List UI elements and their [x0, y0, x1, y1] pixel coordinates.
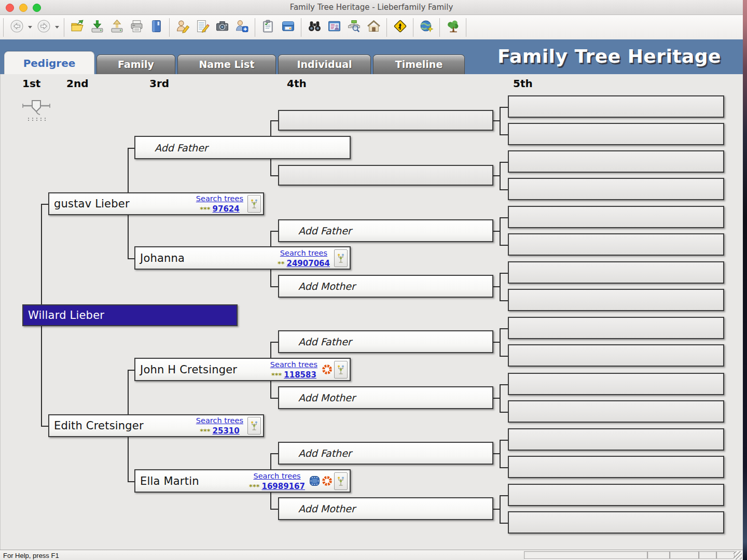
- empty-ancestor-box[interactable]: [508, 261, 724, 284]
- person-box-willard[interactable]: Willard Lieber: [22, 304, 238, 326]
- family-tree-button[interactable]: [443, 17, 463, 38]
- empty-ancestor-box[interactable]: [508, 178, 724, 200]
- forward-button[interactable]: [34, 17, 53, 38]
- media-button[interactable]: [212, 17, 232, 38]
- empty-ancestor-box[interactable]: [508, 317, 724, 339]
- back-menu-button[interactable]: [26, 17, 34, 38]
- empty-ancestor-box[interactable]: [508, 373, 724, 395]
- tree-chart-button[interactable]: [334, 361, 348, 379]
- add-parent-box[interactable]: Add Mother: [278, 275, 493, 298]
- add-parent-box[interactable]: Add Father: [278, 219, 493, 242]
- add-person-button[interactable]: [232, 17, 252, 38]
- individual-detail-button[interactable]: [324, 17, 344, 38]
- search-trees-link[interactable]: Search trees: [196, 416, 243, 425]
- empty-ancestor-box[interactable]: [278, 110, 493, 131]
- print-button[interactable]: [127, 17, 146, 38]
- pedigree-chart: 1st2nd3rd4th5th Willard Liebergustav Lie…: [0, 74, 743, 550]
- tree-chart-button[interactable]: [247, 417, 261, 435]
- person-box-john[interactable]: John H CretsingerSearch trees***118583: [134, 358, 351, 381]
- person-box-ella[interactable]: Ella MartinSearch trees***16989167: [134, 469, 351, 493]
- status-help-text: For Help, press F1: [3, 552, 59, 559]
- match-count-link[interactable]: 97624: [213, 204, 240, 214]
- pedigree-nav-icon[interactable]: [21, 99, 51, 122]
- merge-button[interactable]: [390, 17, 410, 38]
- address-labels-button[interactable]: [278, 17, 298, 38]
- search-trees-link[interactable]: Search trees: [280, 249, 327, 257]
- search-icon: [308, 19, 322, 35]
- tree-chart-button[interactable]: [334, 249, 348, 267]
- toolbar-separator: [439, 18, 440, 37]
- empty-ancestor-box[interactable]: [508, 95, 724, 118]
- match-count-link[interactable]: 25310: [213, 426, 240, 436]
- open-file-icon: [71, 19, 85, 35]
- edit-person-icon: [176, 19, 190, 35]
- search-trees-link[interactable]: Search trees: [253, 472, 300, 480]
- edit-person-button[interactable]: [173, 17, 192, 38]
- add-parent-box[interactable]: Add Father: [278, 442, 493, 465]
- person-box-johanna[interactable]: JohannaSearch trees**24907064: [134, 246, 351, 270]
- resize-grip[interactable]: [734, 551, 742, 559]
- connector-line: [270, 509, 278, 510]
- tab-timeline[interactable]: Timeline: [373, 54, 465, 74]
- match-count-link[interactable]: 118583: [284, 370, 316, 380]
- empty-ancestor-box[interactable]: [278, 165, 493, 186]
- empty-ancestor-box[interactable]: [508, 289, 724, 311]
- blue-badge-icon[interactable]: [309, 475, 320, 486]
- web-search-icon: [420, 19, 434, 35]
- empty-ancestor-box[interactable]: [508, 400, 724, 423]
- person-box-edith[interactable]: Edith CretsingerSearch trees***25310: [48, 414, 264, 437]
- connector-line: [493, 175, 501, 176]
- empty-ancestor-box[interactable]: [508, 123, 724, 145]
- add-parent-box[interactable]: Add Mother: [278, 497, 493, 520]
- tab-family[interactable]: Family: [96, 54, 175, 74]
- tab-individual[interactable]: Individual: [278, 54, 371, 74]
- import-button[interactable]: [87, 17, 107, 38]
- find-in-chart-button[interactable]: [344, 17, 364, 38]
- empty-ancestor-box[interactable]: [508, 511, 724, 534]
- merge-icon: [393, 19, 407, 35]
- empty-ancestor-box[interactable]: [508, 206, 724, 228]
- orange-ring-icon[interactable]: [322, 475, 333, 486]
- empty-ancestor-box[interactable]: [508, 484, 724, 506]
- tab-name-list[interactable]: Name List: [177, 54, 276, 74]
- tree-chart-button[interactable]: [247, 195, 261, 213]
- match-count-link[interactable]: 16989167: [262, 482, 306, 491]
- status-pane: [647, 551, 670, 559]
- open-file-button[interactable]: [67, 17, 87, 38]
- export-button[interactable]: [107, 17, 127, 38]
- empty-ancestor-box[interactable]: [508, 150, 724, 173]
- tasks-button[interactable]: [258, 17, 278, 38]
- match-count-link[interactable]: 24907064: [287, 259, 330, 268]
- star-rating: ***: [249, 483, 259, 491]
- empty-ancestor-box[interactable]: [508, 428, 724, 451]
- search-trees-link[interactable]: Search trees: [270, 360, 317, 369]
- connector-line: [270, 286, 278, 287]
- add-parent-label: Add Mother: [298, 281, 355, 292]
- search-button[interactable]: [305, 17, 324, 38]
- add-person-icon: [235, 19, 249, 35]
- person-box-gustav[interactable]: gustav LieberSearch trees***97624: [48, 192, 264, 215]
- empty-ancestor-box[interactable]: [508, 344, 724, 367]
- print-icon: [130, 19, 144, 35]
- search-trees-link[interactable]: Search trees: [196, 194, 243, 203]
- connector-line: [500, 300, 508, 301]
- connector-line: [500, 495, 508, 496]
- back-button[interactable]: [7, 17, 26, 38]
- empty-ancestor-box[interactable]: [508, 456, 724, 478]
- edit-notes-button[interactable]: [192, 17, 212, 38]
- journal-button[interactable]: [146, 17, 166, 38]
- star-rating: ***: [200, 205, 210, 213]
- add-parent-box[interactable]: Add Father: [278, 330, 493, 353]
- tab-pedigree[interactable]: Pedigree: [4, 51, 94, 74]
- tree-chart-button[interactable]: [334, 472, 348, 490]
- box-icon-group: [309, 472, 348, 490]
- web-search-button[interactable]: [417, 17, 436, 38]
- empty-ancestor-box[interactable]: [508, 233, 724, 256]
- orange-ring-icon[interactable]: [322, 364, 333, 375]
- forward-menu-button[interactable]: [53, 17, 61, 38]
- home-person-button[interactable]: [364, 17, 383, 38]
- add-parent-box[interactable]: Add Father: [134, 136, 351, 159]
- generation-label: 2nd: [66, 77, 88, 90]
- person-name: Willard Lieber: [28, 309, 104, 321]
- add-parent-box[interactable]: Add Mother: [278, 386, 493, 409]
